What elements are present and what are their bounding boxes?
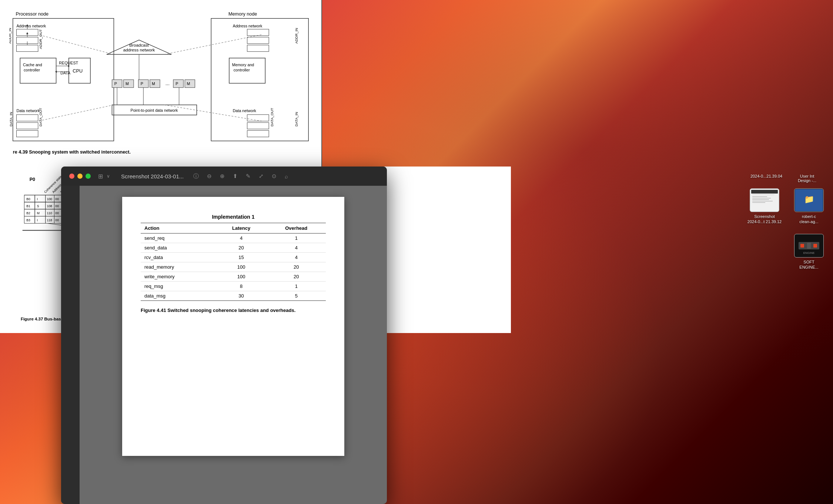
- svg-rect-289: [752, 201, 773, 201]
- minimize-button[interactable]: [77, 174, 83, 179]
- svg-text:CPU: CPU: [73, 68, 83, 74]
- svg-rect-288: [752, 199, 769, 200]
- svg-rect-290: [752, 202, 765, 203]
- robert-clean-label: robert-cclean-ag...: [799, 214, 818, 225]
- col-overhead: Overhead: [267, 223, 326, 233]
- expand-icon[interactable]: ⤢: [259, 173, 264, 179]
- col-action: Action: [141, 223, 216, 233]
- desktop-icon-robert-clean[interactable]: 📁 robert-cclean-ag...: [790, 188, 827, 225]
- engine-label: SOFTENGINE...: [799, 259, 818, 270]
- action-icon[interactable]: ⊙: [272, 173, 277, 179]
- svg-rect-21: [16, 122, 38, 129]
- svg-rect-70: [247, 131, 269, 137]
- sidebar-toggle-icon[interactable]: ⊞: [98, 173, 103, 180]
- svg-text:ADDR_IN: ADDR_IN: [9, 28, 12, 44]
- svg-rect-34: [112, 80, 122, 87]
- overhead-cell: 20: [267, 272, 326, 282]
- svg-text:B2: B2: [26, 211, 30, 215]
- action-cell: write_memory: [141, 272, 216, 282]
- svg-text:Data network: Data network: [16, 108, 40, 113]
- overhead-cell: 20: [267, 262, 326, 272]
- action-cell: read_memory: [141, 262, 216, 272]
- desktop-icon-row-3: ENGINE SOFTENGINE...: [746, 234, 827, 270]
- zoom-in-icon[interactable]: ⊕: [220, 173, 225, 179]
- svg-text:I: I: [37, 218, 38, 222]
- svg-rect-43: [173, 80, 183, 87]
- engine-thumbnail: ENGINE: [794, 234, 824, 258]
- icon-label-userinfo: User IntDesign -...: [789, 174, 826, 183]
- svg-text:DATA_OUT: DATA_OUT: [39, 108, 43, 126]
- screenshot2-label: Screenshot2024-0...t 21.39.12: [747, 214, 782, 225]
- svg-rect-297: [813, 244, 817, 248]
- overhead-cell: 5: [267, 291, 326, 301]
- svg-text:Data network: Data network: [233, 108, 257, 113]
- svg-rect-91: [35, 202, 46, 209]
- action-cell: rcv_data: [141, 253, 216, 262]
- window-titlebar: ⊞ ∨ Screenshot 2024-03-01... ⓘ ⊖ ⊕ ⬆ ✎ ⤢…: [61, 167, 387, 186]
- svg-text:📁: 📁: [804, 194, 814, 204]
- svg-text:P: P: [141, 81, 143, 86]
- svg-text:P0: P0: [30, 177, 35, 182]
- figure-439-document: Processor node Address network ADDR_OUT …: [0, 0, 322, 167]
- svg-text:Memory node: Memory node: [228, 11, 257, 17]
- share-icon[interactable]: ⬆: [233, 173, 238, 179]
- svg-text:ENGINE: ENGINE: [803, 251, 815, 255]
- action-cell: send_data: [141, 243, 216, 253]
- zoom-out-icon[interactable]: ⊖: [207, 173, 212, 179]
- search-icon[interactable]: ⌕: [285, 173, 288, 179]
- preview-window: ⊞ ∨ Screenshot 2024-03-01... ⓘ ⊖ ⊕ ⬆ ✎ ⤢…: [61, 167, 387, 504]
- desktop-icon-row-2: Screenshot2024-0...t 21.39.12 📁 robert-c…: [746, 188, 827, 225]
- expand-chevron-icon[interactable]: ∨: [107, 174, 110, 179]
- svg-text:B0: B0: [26, 197, 30, 201]
- toolbar-icons: ⓘ ⊖ ⊕ ⬆ ✎ ⤢ ⊙ ⌕: [193, 173, 288, 180]
- icon-labels-top: 2024-0...21.39.04 User IntDesign -...: [748, 174, 826, 183]
- svg-text:Point-to-point data network: Point-to-point data network: [131, 108, 178, 112]
- latency-cell: 100: [216, 272, 267, 282]
- svg-rect-60: [247, 29, 269, 36]
- action-cell: req_msg: [141, 282, 216, 291]
- table-row: rcv_data 15 4: [141, 253, 326, 262]
- table-row: write_memory 100 20: [141, 272, 326, 282]
- edit-icon[interactable]: ✎: [246, 173, 251, 179]
- svg-text:re 4.39  Snooping system with : re 4.39 Snooping system with switched in…: [13, 149, 131, 155]
- table-title: Implementation 1: [212, 214, 254, 220]
- desktop-icon-labels-row: 2024-0...21.39.04 User IntDesign -...: [746, 174, 827, 183]
- svg-line-54: [38, 105, 114, 121]
- svg-rect-68: [247, 115, 269, 121]
- window-controls: [69, 174, 91, 179]
- svg-text:controller: controller: [24, 68, 40, 72]
- figure-439-svg: Processor node Address network ADDR_OUT …: [9, 7, 312, 159]
- svg-text:118: 118: [47, 218, 52, 222]
- svg-text:I: I: [37, 197, 38, 201]
- close-button[interactable]: [69, 174, 74, 179]
- latency-cell: 100: [216, 262, 267, 272]
- svg-rect-113: [35, 216, 46, 223]
- desktop-icon-screenshot2[interactable]: Screenshot2024-0...t 21.39.12: [746, 188, 783, 225]
- svg-text:Address network: Address network: [233, 24, 262, 28]
- overhead-cell: 1: [267, 233, 326, 243]
- svg-text:DATA_IN: DATA_IN: [294, 112, 298, 127]
- svg-text:S: S: [37, 204, 39, 208]
- svg-text:ADDR_OUT: ADDR_OUT: [39, 29, 43, 49]
- icon-label-screenshot1-date: 2024-0...21.39.04: [748, 174, 785, 183]
- svg-text:00: 00: [55, 204, 59, 208]
- svg-text:DATA: DATA: [60, 71, 71, 75]
- svg-rect-22: [16, 131, 38, 137]
- desktop-icon-engine[interactable]: ENGINE SOFTENGINE...: [790, 234, 827, 270]
- info-icon[interactable]: ⓘ: [193, 173, 199, 180]
- table-row: req_msg 8 1: [141, 282, 326, 291]
- svg-text:P: P: [175, 81, 178, 86]
- overhead-cell: 1: [267, 282, 326, 291]
- svg-rect-286: [752, 196, 767, 197]
- svg-text:M: M: [152, 81, 155, 86]
- svg-text:00: 00: [55, 211, 59, 215]
- svg-text:M: M: [37, 211, 40, 215]
- maximize-button[interactable]: [86, 174, 91, 179]
- svg-rect-61: [247, 37, 269, 44]
- window-content: Implementation 1 Action Latency Overhead…: [80, 186, 387, 504]
- table-row: data_msg 30 5: [141, 291, 326, 301]
- action-cell: data_msg: [141, 291, 216, 301]
- svg-rect-287: [752, 198, 771, 198]
- svg-text:address network: address network: [123, 47, 155, 52]
- svg-text:DATA_OUT: DATA_OUT: [270, 108, 274, 126]
